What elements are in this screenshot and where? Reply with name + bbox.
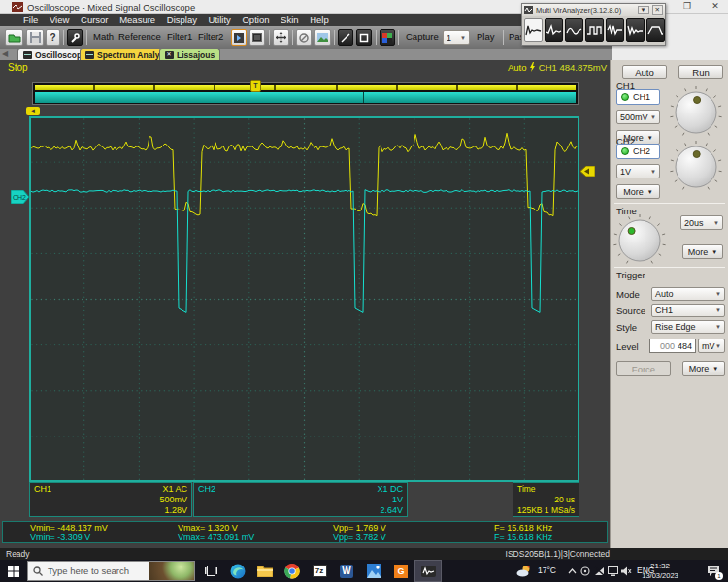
play-button[interactable]: Play (477, 31, 494, 42)
viranalyzer-float-window[interactable]: Multi VirAnalyzer(3.12.8.0) ▼ ✕ (521, 3, 666, 46)
instrument-oscilloscope-button[interactable] (524, 18, 543, 42)
menu-item-option[interactable]: Option (242, 15, 269, 25)
instrument-sweep-button[interactable] (626, 18, 645, 42)
instrument-logic-button[interactable] (585, 18, 604, 42)
menu-item-cursor[interactable]: Cursor (81, 15, 109, 25)
reference-button[interactable]: Reference (118, 31, 161, 42)
float-close-icon[interactable]: ✕ (652, 5, 663, 15)
ch2-more-button[interactable]: More▼ (616, 184, 660, 199)
taskbar-edge-button[interactable] (224, 560, 251, 582)
menu-item-view[interactable]: View (50, 15, 69, 25)
capture-count-select[interactable]: 1▼ (443, 30, 470, 45)
clock-date: 13/03/2023 (635, 571, 685, 581)
ch1-enable-button[interactable]: CH1 (616, 89, 660, 105)
menu-item-utility[interactable]: Utility (209, 15, 231, 25)
tools-button[interactable] (67, 29, 83, 46)
menu-item-skin[interactable]: Skin (281, 15, 298, 25)
notification-center-button[interactable]: 1 (701, 560, 726, 582)
float-dropdown-icon[interactable]: ▼ (638, 6, 649, 14)
open-file-button[interactable] (5, 29, 23, 46)
menu-item-help[interactable]: Help (310, 15, 329, 25)
force-button[interactable]: Force (616, 361, 671, 376)
ch2-enable-button[interactable]: CH2 (616, 144, 660, 159)
trigger-style-select[interactable]: Rise Edge▼ (651, 320, 725, 334)
trigger-mode-select[interactable]: Auto▼ (651, 287, 725, 301)
ch2-position-knob[interactable] (669, 140, 723, 194)
taskbar-clock[interactable]: 21:32 13/03/2023 (635, 562, 685, 580)
auto-button[interactable]: Auto (622, 65, 667, 79)
chevron-down-icon: ▼ (712, 366, 718, 372)
screenshot-button[interactable] (314, 29, 331, 46)
tray-volume-icon[interactable] (619, 560, 633, 582)
trigger-source-select[interactable]: CH1▼ (651, 304, 725, 317)
taskbar-photos-button[interactable] (360, 560, 387, 582)
task-view-icon (205, 566, 217, 576)
color-button[interactable] (380, 29, 395, 46)
task-view-button[interactable] (197, 560, 224, 582)
7zip-icon: 7z (313, 565, 327, 577)
taskbar-explorer-button[interactable] (251, 560, 279, 582)
tab-lissajous[interactable]: Lissajous (159, 48, 220, 60)
taskbar-7zip-button[interactable]: 7z (306, 560, 333, 582)
taskbar-gom-button[interactable]: G (387, 560, 414, 582)
photos-icon (367, 564, 381, 578)
weather-icon[interactable] (514, 560, 534, 582)
close-button[interactable]: ✕ (707, 0, 724, 13)
instrument-spectrum-button[interactable] (545, 18, 563, 42)
tray-update-icon[interactable] (579, 560, 592, 582)
temperature-readout[interactable]: 17°C (538, 566, 556, 575)
move-button[interactable] (273, 29, 289, 46)
menu-item-measure[interactable]: Measure (119, 15, 155, 25)
ch2-scale-select[interactable]: 1V▼ (616, 164, 660, 178)
taskbar-word-button[interactable]: W (333, 560, 360, 582)
trigger-time-marker[interactable]: T (250, 80, 261, 92)
start-button[interactable] (0, 560, 27, 582)
float-window-titlebar[interactable]: Multi VirAnalyzer(3.12.8.0) ▼ ✕ (522, 4, 665, 16)
panel-toggle-button[interactable] (231, 29, 247, 46)
instrument-wave-button[interactable] (565, 18, 583, 42)
group-separator (614, 267, 725, 268)
filter1-button[interactable]: Filter1 (167, 31, 192, 42)
ch1-info-box: CH1X1 AC 500mV 1.28V (29, 482, 192, 517)
toolbar-separator (334, 30, 335, 45)
capture-overview-bar[interactable] (32, 82, 579, 105)
tray-network-icon[interactable] (592, 560, 606, 582)
disable-button[interactable] (296, 29, 312, 46)
ch2-vpp: Vpp= 3.782 V (333, 533, 386, 542)
menu-item-file[interactable]: File (23, 15, 38, 25)
ch1-position-knob[interactable] (669, 85, 723, 140)
filter2-button[interactable]: Filter2 (198, 31, 223, 42)
ch1-led-icon (621, 93, 629, 101)
tab-scroll-left-icon[interactable]: ◀ (2, 49, 8, 58)
math-button[interactable]: Math (93, 31, 114, 42)
taskbar-oscilloscope-button[interactable] (414, 560, 442, 582)
restore-button[interactable]: ❐ (678, 0, 696, 13)
fullscreen-button[interactable] (249, 29, 265, 46)
tray-display-icon[interactable] (606, 560, 619, 582)
menu-item-display[interactable]: Display (167, 15, 197, 25)
line-draw-button[interactable] (338, 29, 353, 46)
taskbar-chrome-button[interactable] (279, 560, 306, 582)
tray-expand-button[interactable] (565, 560, 579, 582)
trigger-level-unit-select[interactable]: mV▼ (698, 339, 725, 353)
taskbar-search-input[interactable]: Type here to search (27, 561, 195, 581)
help-button[interactable]: ? (46, 29, 60, 46)
overview-tick (214, 85, 215, 90)
timebase-select[interactable]: 20us▼ (680, 215, 723, 230)
waveform-plot[interactable] (29, 116, 579, 482)
save-button[interactable] (26, 29, 44, 46)
search-highlight-image[interactable] (149, 562, 194, 580)
instrument-dds-button[interactable] (606, 18, 624, 42)
rect-draw-button[interactable] (356, 29, 372, 46)
trigger-more-button[interactable]: More▼ (682, 361, 725, 376)
trigger-level-input[interactable]: 000484 (649, 339, 696, 353)
time-more-button[interactable]: More▼ (682, 244, 723, 259)
toolbar-separator (398, 30, 399, 45)
ch1-trigger-level-marker[interactable] (580, 166, 595, 177)
timebase-knob[interactable] (612, 213, 667, 268)
ch1-scale-select[interactable]: 500mV▼ (616, 110, 660, 124)
trigger-position-marker[interactable]: ◄ (26, 107, 40, 115)
ch2-offset-marker[interactable]: CH2 (11, 190, 30, 204)
run-button[interactable]: Run (678, 65, 723, 79)
instrument-pulse-button[interactable] (646, 18, 665, 42)
